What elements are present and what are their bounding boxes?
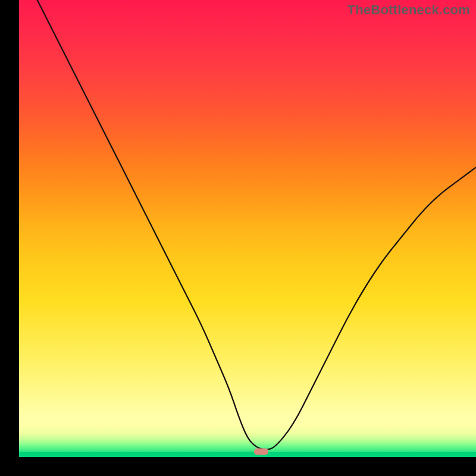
watermark-text: TheBottleneck.com bbox=[347, 2, 470, 18]
plot-area bbox=[19, 0, 476, 457]
curve-layer bbox=[19, 0, 476, 457]
bottleneck-curve bbox=[37, 0, 476, 449]
chart-frame: TheBottleneck.com bbox=[0, 0, 476, 476]
optimum-marker bbox=[254, 449, 268, 455]
